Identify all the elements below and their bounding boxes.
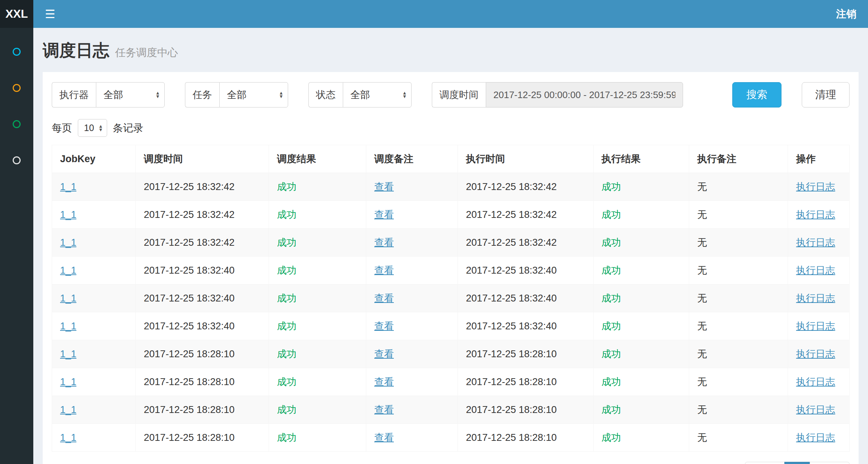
handle-msg-cell: 无 xyxy=(689,201,788,229)
circle-icon xyxy=(13,84,21,92)
executor-select[interactable]: 全部 ▲▼ xyxy=(96,82,165,107)
next-page-button[interactable]: 下页 xyxy=(810,462,850,464)
sidebar-item-4[interactable] xyxy=(0,142,33,178)
trigger-time-range-input[interactable] xyxy=(486,82,683,107)
col-header-trigger-msg: 调度备注 xyxy=(366,145,458,173)
exec-log-link[interactable]: 执行日志 xyxy=(796,404,835,415)
jobkey-link[interactable]: 1_1 xyxy=(60,404,76,415)
exec-log-link[interactable]: 执行日志 xyxy=(796,376,835,387)
exec-log-link[interactable]: 执行日志 xyxy=(796,181,835,192)
jobkey-link[interactable]: 1_1 xyxy=(60,349,76,359)
exec-log-link[interactable]: 执行日志 xyxy=(796,265,835,276)
trigger-msg-link[interactable]: 查看 xyxy=(374,321,394,332)
jobkey-link[interactable]: 1_1 xyxy=(60,181,76,192)
exec-log-link[interactable]: 执行日志 xyxy=(796,209,835,220)
trigger-msg-link[interactable]: 查看 xyxy=(374,404,394,415)
table-row: 1_1 2017-12-25 18:28:10 成功 查看 2017-12-25… xyxy=(52,368,850,396)
table-row: 1_1 2017-12-25 18:28:10 成功 查看 2017-12-25… xyxy=(52,396,850,424)
trigger-result-text: 成功 xyxy=(277,376,296,387)
trigger-msg-link[interactable]: 查看 xyxy=(374,376,394,387)
circle-icon xyxy=(13,156,21,164)
current-page-button[interactable]: 1 xyxy=(784,462,810,464)
arrow-down-icon: ▼ xyxy=(98,128,103,132)
job-filter-label: 任务 xyxy=(185,82,219,107)
status-select-value: 全部 xyxy=(350,88,370,101)
select-arrows-icon: ▲▼ xyxy=(155,91,160,98)
trigger-msg-link[interactable]: 查看 xyxy=(374,432,394,443)
trigger-result-text: 成功 xyxy=(277,404,296,415)
table-footer: 第 1 页 ( 总共 1 页， 10 条记录 ) 上页 1 下页 xyxy=(52,462,850,464)
logout-link[interactable]: 注销 xyxy=(825,7,868,21)
jobkey-link[interactable]: 1_1 xyxy=(60,432,76,443)
jobkey-link[interactable]: 1_1 xyxy=(60,237,76,248)
sidebar-item-1[interactable] xyxy=(0,34,33,70)
handle-result-text: 成功 xyxy=(602,376,621,387)
pagination: 上页 1 下页 xyxy=(745,462,850,464)
top-navbar: XXL ☰ 注销 xyxy=(0,0,868,28)
exec-log-link[interactable]: 执行日志 xyxy=(796,237,835,248)
trigger-msg-link[interactable]: 查看 xyxy=(374,237,394,248)
select-arrows-icon: ▲▼ xyxy=(98,125,103,132)
executor-filter-label: 执行器 xyxy=(52,82,96,107)
jobkey-link[interactable]: 1_1 xyxy=(60,293,76,304)
handle-msg-cell: 无 xyxy=(689,284,788,312)
page-size-select[interactable]: 10 ▲▼ xyxy=(78,119,107,137)
job-select-value: 全部 xyxy=(227,88,247,101)
sidebar-item-3[interactable] xyxy=(0,106,33,142)
jobkey-link[interactable]: 1_1 xyxy=(60,321,76,332)
exec-log-link[interactable]: 执行日志 xyxy=(796,349,835,359)
trigger-msg-link[interactable]: 查看 xyxy=(374,181,394,192)
table-row: 1_1 2017-12-25 18:32:42 成功 查看 2017-12-25… xyxy=(52,173,850,201)
handle-msg-cell: 无 xyxy=(689,229,788,257)
trigger-msg-link[interactable]: 查看 xyxy=(374,209,394,220)
app-logo[interactable]: XXL xyxy=(0,0,33,28)
select-arrows-icon: ▲▼ xyxy=(402,91,407,98)
handle-result-text: 成功 xyxy=(602,265,621,276)
page-size-value: 10 xyxy=(84,123,94,133)
trigger-time-cell: 2017-12-25 18:28:10 xyxy=(136,396,269,424)
col-header-handle-result: 执行结果 xyxy=(593,145,689,173)
page-size-prefix: 每页 xyxy=(52,121,72,135)
status-select[interactable]: 全部 ▲▼ xyxy=(343,82,412,107)
col-header-action: 操作 xyxy=(788,145,850,173)
trigger-time-cell: 2017-12-25 18:32:40 xyxy=(136,312,269,340)
content: 执行器 全部 ▲▼ 任务 全部 ▲▼ 状态 全部 xyxy=(33,72,868,464)
exec-log-link[interactable]: 执行日志 xyxy=(796,432,835,443)
search-button[interactable]: 搜索 xyxy=(732,82,781,107)
exec-log-link[interactable]: 执行日志 xyxy=(796,293,835,304)
log-table: JobKey 调度时间 调度结果 调度备注 执行时间 执行结果 执行备注 操作 … xyxy=(52,145,850,452)
trigger-msg-link[interactable]: 查看 xyxy=(374,265,394,276)
job-select[interactable]: 全部 ▲▼ xyxy=(219,82,288,107)
sidebar-item-2[interactable] xyxy=(0,70,33,106)
page-size-row: 每页 10 ▲▼ 条记录 xyxy=(52,119,850,137)
page-title: 调度日志 任务调度中心 xyxy=(43,39,859,62)
executor-filter-group: 执行器 全部 ▲▼ xyxy=(52,82,165,107)
content-wrapper: 调度日志 任务调度中心 执行器 全部 ▲▼ 任务 全部 ▲▼ xyxy=(33,0,868,464)
trigger-result-text: 成功 xyxy=(277,321,296,332)
clear-button[interactable]: 清理 xyxy=(802,82,850,107)
trigger-result-text: 成功 xyxy=(277,293,296,304)
table-header-row: JobKey 调度时间 调度结果 调度备注 执行时间 执行结果 执行备注 操作 xyxy=(52,145,850,173)
trigger-result-text: 成功 xyxy=(277,209,296,220)
handle-msg-cell: 无 xyxy=(689,173,788,201)
sidebar-toggle-menu-icon[interactable]: ☰ xyxy=(33,7,67,21)
table-row: 1_1 2017-12-25 18:32:40 成功 查看 2017-12-25… xyxy=(52,312,850,340)
trigger-time-cell: 2017-12-25 18:28:10 xyxy=(136,368,269,396)
trigger-msg-link[interactable]: 查看 xyxy=(374,293,394,304)
status-filter-label: 状态 xyxy=(308,82,343,107)
handle-time-cell: 2017-12-25 18:32:40 xyxy=(458,312,594,340)
jobkey-link[interactable]: 1_1 xyxy=(60,265,76,276)
trigger-msg-link[interactable]: 查看 xyxy=(374,349,394,359)
jobkey-link[interactable]: 1_1 xyxy=(60,209,76,220)
circle-icon xyxy=(13,48,21,56)
handle-time-cell: 2017-12-25 18:28:10 xyxy=(458,424,594,452)
handle-result-text: 成功 xyxy=(602,237,621,248)
arrow-down-icon: ▼ xyxy=(155,95,160,98)
exec-log-link[interactable]: 执行日志 xyxy=(796,321,835,332)
jobkey-link[interactable]: 1_1 xyxy=(60,376,76,387)
prev-page-button[interactable]: 上页 xyxy=(745,462,785,464)
arrow-down-icon: ▼ xyxy=(402,95,407,98)
table-row: 1_1 2017-12-25 18:32:42 成功 查看 2017-12-25… xyxy=(52,229,850,257)
status-filter-group: 状态 全部 ▲▼ xyxy=(308,82,412,107)
arrow-down-icon: ▼ xyxy=(279,95,283,98)
